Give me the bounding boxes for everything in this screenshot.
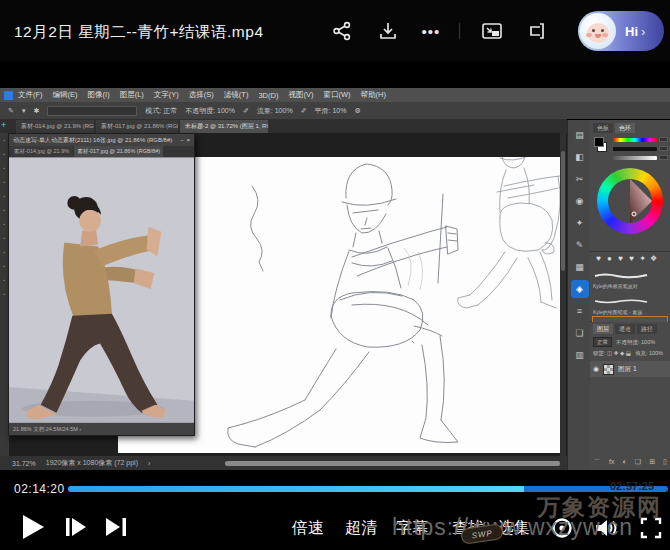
brush-item: Kyle的绘图铅笔 - 素描	[593, 291, 667, 315]
color-wheel-tab: 色环	[615, 123, 635, 133]
hue-slider	[613, 138, 657, 142]
top-bar: 12月2日 星期二--青竹+结课语.mp4 •••	[0, 0, 670, 62]
more-icon: •••	[422, 23, 441, 40]
visibility-eye-icon: ◉	[593, 365, 599, 373]
reference-photo	[9, 157, 194, 423]
avatar-greeting: Hi	[625, 24, 638, 39]
ref-tab-active: 素材-017.jpg @ 21.86% (RGB/8#)	[74, 146, 163, 157]
panels-column: ▤ ◧ ✂ ◉ ✦ ✎ ▦ ◈ ≡ ❏ ▥ 色板 色环	[567, 120, 670, 470]
document-tab-active: 未标题-2 @ 31.72% (图层 1, RGB/8)	[180, 120, 268, 133]
pressure-icon: ✐	[243, 107, 249, 115]
blend-mode-label: 模式: 正常	[145, 106, 177, 116]
brush-preset-icon: ✱	[33, 107, 39, 115]
color-panel: 色板 色环	[590, 120, 670, 252]
panel-icon-strip: ▤ ◧ ✂ ◉ ✦ ✎ ▦ ◈ ≡ ❏ ▥	[569, 126, 590, 364]
brush-preset-box	[47, 106, 137, 116]
opacity-label: 不透明度: 100%	[185, 106, 235, 116]
share-icon	[332, 21, 352, 41]
user-avatar-button[interactable]: Hi ›	[578, 11, 664, 51]
quality-button[interactable]: 超清	[345, 518, 377, 539]
menu-item: 文字(Y)	[154, 90, 179, 100]
app-options-bar: ✎ ▾ ✱ 模式: 正常 不透明度: 100% ✐ 流量: 100% ✐ 平滑:…	[0, 102, 670, 119]
play-icon	[20, 513, 46, 541]
hscroll-thumb	[225, 461, 560, 466]
app-menu-bar: 文件(F) 编辑(E) 图像(I) 图层(L) 文字(Y) 选择(S) 滤镜(T…	[0, 88, 670, 102]
saturation-slider	[613, 147, 657, 151]
gear-icon: ⚙	[354, 107, 360, 115]
chevron-right-icon: ›	[641, 24, 645, 39]
video-player-window: 12月2日 星期二--青竹+结课语.mp4 •••	[0, 0, 670, 550]
avatar	[580, 13, 616, 49]
panel-icon: ▦	[571, 258, 589, 276]
brush-tip-icon: ♥	[593, 254, 604, 263]
download-button[interactable]	[375, 18, 401, 44]
next-episode-button[interactable]	[104, 516, 128, 542]
brushes-panel: ♥ ● ♥ ♥ ✦ ❖ Kyle的终极炭笔派对 Kyle的绘图铅笔 - 素描	[590, 252, 670, 322]
adjustment-layer-icon: ◐	[623, 458, 627, 468]
menu-item: 窗口(W)	[323, 90, 350, 100]
window-controls: － ×	[179, 134, 190, 146]
paths-tab: 路径	[637, 324, 657, 334]
fill-label: 填充: 100%	[635, 350, 663, 357]
video-title: 12月2日 星期二--青竹+结课语.mp4	[14, 22, 264, 43]
toolbar-divider	[459, 23, 460, 39]
menu-item: 图像(I)	[88, 90, 110, 100]
download-icon	[378, 21, 398, 41]
color-wheel	[597, 168, 663, 234]
video-display-area[interactable]: 文件(F) 编辑(E) 图像(I) 图层(L) 文字(Y) 选择(S) 滤镜(T…	[0, 62, 670, 470]
previous-episode-button[interactable]	[64, 516, 88, 542]
layer-row: ◉ 图层 1	[590, 361, 670, 377]
next-icon	[104, 516, 128, 538]
more-button[interactable]: •••	[418, 18, 444, 44]
smoothing-label: 平滑: 10%	[315, 106, 347, 116]
app-logo-icon	[4, 91, 13, 100]
float-window-icon	[527, 21, 547, 41]
foreground-color-swatch	[594, 137, 604, 147]
panel-icon: ✎	[571, 236, 589, 254]
share-button[interactable]	[329, 18, 355, 44]
panel-icon: ✂	[571, 170, 589, 188]
ref-window-status: 21.86% 文档:24.5M/24.5M ›	[9, 423, 194, 435]
airbrush-icon: ✐	[301, 107, 307, 115]
lock-controls: 锁定: ◫ ✚ ◆ ⬓	[593, 350, 631, 357]
panel-icon: ▥	[571, 346, 589, 364]
layers-tab: 图层	[593, 324, 613, 334]
picture-in-picture-icon	[481, 21, 503, 41]
canvas-vscrollbar	[560, 133, 566, 456]
link-layers-icon: ⌒	[594, 458, 601, 468]
panel-icon: ≡	[571, 302, 589, 320]
menu-item: 视图(V)	[288, 90, 313, 100]
layer-effects-icon: fx	[609, 458, 614, 468]
document-tab-bar: + 素材-014.jpg @ 21.9% (RGB/8#) 素材-017.jpg…	[0, 119, 567, 133]
picture-in-picture-button[interactable]	[479, 18, 505, 44]
playback-speed-button[interactable]: 倍速	[292, 518, 324, 539]
saturation-value-box	[659, 146, 668, 151]
panel-icon-active: ◈	[571, 280, 589, 298]
flow-label: 流量: 100%	[257, 106, 293, 116]
delete-layer-icon: ▯	[663, 458, 667, 468]
layer-opacity-label: 不透明度: 100%	[616, 339, 655, 346]
layer-mask-icon: ❏	[635, 458, 641, 468]
reference-photo-window: 动态速写-单人动态素材(2111) 16张.jpg @ 21.86% (RGB/…	[8, 133, 195, 436]
brush-tip-icon: ♥	[615, 254, 626, 263]
blend-mode-select: 正常	[593, 337, 612, 347]
play-button[interactable]	[20, 513, 46, 545]
brush-tip-icon: ●	[604, 254, 615, 263]
previous-icon	[64, 516, 88, 538]
status-arrow: ›	[148, 460, 150, 467]
app-workspace: ▪▪▪▪▪▪▪▪▪▪▪▪	[0, 133, 567, 456]
progress-played	[68, 486, 524, 492]
watermark-url: https://www.wxzyw.cn	[392, 514, 633, 541]
menu-item: 帮助(H)	[361, 90, 386, 100]
panel-icon: ◉	[571, 192, 589, 210]
app-status-bar: 31.72% 1920像素 x 1080像素 (72 ppi) ›	[0, 456, 567, 470]
brush-item: Kyle的终极炭笔派对	[593, 265, 667, 289]
document-tab: 素材-014.jpg @ 21.9% (RGB/8#)	[16, 120, 94, 133]
zoom-level: 31.72%	[12, 460, 36, 467]
menu-item: 文件(F)	[18, 90, 43, 100]
brush-tip-icon: ♥	[626, 254, 637, 263]
total-duration: 02:57:25	[610, 480, 654, 492]
ref-window-title: 动态速写-单人动态素材(2111) 16张.jpg @ 21.86% (RGB/…	[13, 134, 172, 146]
panel-icon: ❏	[571, 324, 589, 342]
float-window-button[interactable]	[524, 18, 550, 44]
